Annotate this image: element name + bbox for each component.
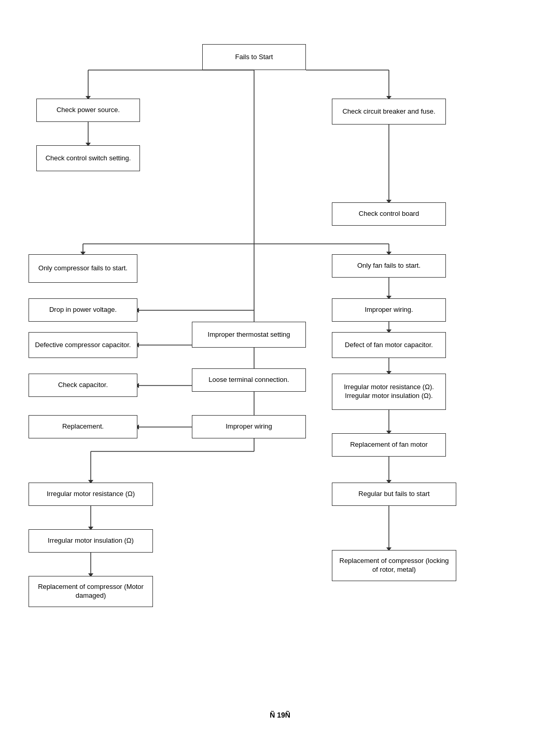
box-defect-fan-cap: Defect of fan motor capacitor. (332, 332, 446, 358)
box-check-capacitor: Check capacitor. (29, 374, 137, 397)
box-irregular-motor-ins-left: Irregular motor insulation (Ω) (29, 529, 153, 553)
box-irregular-motor-res-right: Irregular motor resistance (Ω). Irregula… (332, 374, 446, 410)
box-defective-compressor: Defective compressor capacitor. (29, 332, 137, 358)
box-only-compressor: Only compressor fails to start. (29, 254, 137, 283)
box-loose-terminal: Loose terminal connection. (192, 368, 306, 392)
box-improper-wiring-right: Improper wiring. (332, 298, 446, 322)
box-improper-thermostat: Improper thermostat setting (192, 322, 306, 348)
box-fails-to-start: Fails to Start (202, 44, 306, 70)
flowchart-diagram: Fails to Start Check power source. Check… (0, 0, 560, 706)
box-regular-fails: Regular but fails to start (332, 483, 456, 506)
box-check-power: Check power source. (36, 99, 140, 122)
box-replacement-fan: Replacement of fan motor (332, 433, 446, 457)
box-drop-power: Drop in power voltage. (29, 298, 137, 322)
box-check-circuit: Check circuit breaker and fuse. (332, 99, 446, 125)
page-footer: Ñ 19Ñ (0, 706, 560, 724)
box-improper-wiring-mid: Improper wiring (192, 415, 306, 438)
box-check-control-switch: Check control switch setting. (36, 145, 140, 171)
box-replacement-compressor-left: Replacement of compressor (Motor damaged… (29, 576, 153, 607)
irregular-motor-text-right: Irregular motor resistance (Ω). Irregula… (344, 383, 434, 401)
box-irregular-motor-res-left: Irregular motor resistance (Ω) (29, 483, 153, 506)
box-replacement-left: Replacement. (29, 415, 137, 438)
box-only-fan: Only fan fails to start. (332, 254, 446, 278)
box-replacement-compressor-right: Replacement of compressor (locking of ro… (332, 550, 456, 581)
box-check-control-board: Check control board (332, 202, 446, 226)
